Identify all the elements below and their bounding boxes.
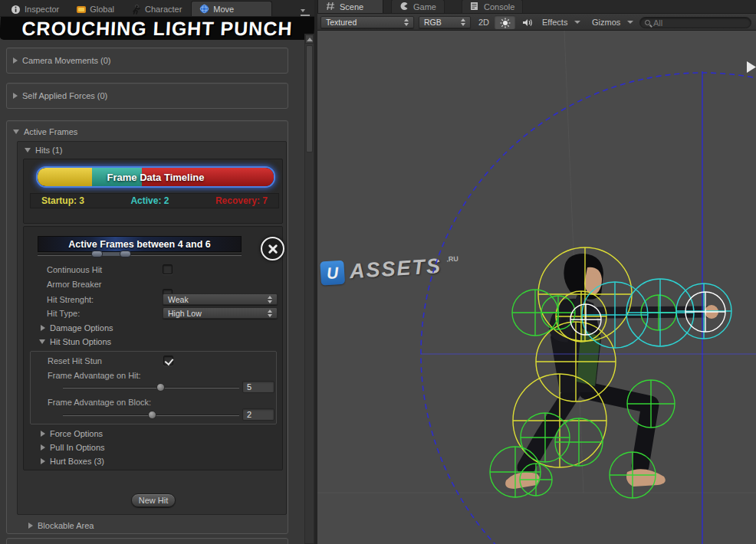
tab-scene-label: Scene <box>340 2 363 11</box>
section-active-frames: Active Frames Hits (1) Frame Data Timeli… <box>6 120 288 534</box>
contact-point-gizmo[interactable] <box>685 292 725 332</box>
hit-strength-label: Hit Strenght: <box>47 295 94 304</box>
timeline-title: Frame Data Timeline <box>38 168 274 186</box>
continuous-hit-checkbox[interactable] <box>163 264 173 274</box>
draw-mode-dropdown[interactable]: Textured <box>320 16 414 28</box>
contact-point-gizmo[interactable] <box>570 304 601 335</box>
frame-advantage-block-handle[interactable] <box>148 411 156 419</box>
damage-options-label: Damage Options <box>50 323 113 333</box>
foldout-closed-icon <box>28 523 33 529</box>
scrollbar-thumb[interactable] <box>306 45 313 152</box>
collision-box-gizmo[interactable] <box>627 380 675 428</box>
hit-stun-options-label: Hit Stun Options <box>50 337 111 346</box>
ufe-icon <box>76 5 86 15</box>
dropdown-stepper-icon <box>268 310 272 317</box>
hit-strength-dropdown[interactable]: Weak <box>163 293 278 305</box>
hit-type-dropdown[interactable]: High Low <box>163 307 278 319</box>
foldout-closed-icon <box>13 57 18 64</box>
scene-search-input[interactable]: All <box>639 17 751 28</box>
foldout-closed-icon <box>41 444 45 451</box>
force-options-foldout[interactable]: Force Options <box>41 429 103 438</box>
hit-stun-options-foldout[interactable]: Hit Stun Options <box>39 337 111 346</box>
collision-box-gizmo[interactable] <box>610 452 656 498</box>
tab-console[interactable]: Console <box>462 0 523 13</box>
range-max-handle[interactable] <box>120 251 131 257</box>
pull-in-options-foldout[interactable]: Pull In Options <box>41 443 105 452</box>
section-camera-movements[interactable]: Camera Movements (0) <box>6 48 288 74</box>
lighting-toggle-button[interactable] <box>495 15 515 29</box>
frame-advantage-hit-handle[interactable] <box>156 383 165 392</box>
scene-viewport[interactable]: U ASSETS .RU <box>317 31 756 544</box>
force-options-label: Force Options <box>50 429 103 438</box>
tab-inspector-label: Inspector <box>25 5 59 14</box>
dropdown-stepper-icon <box>461 18 465 26</box>
hit-type-value: High Low <box>168 309 202 318</box>
reset-hit-stun-checkbox[interactable] <box>163 356 173 365</box>
tab-global[interactable]: Global <box>68 2 122 16</box>
gizmos-label: Gizmos <box>592 18 620 27</box>
draw-mode-value: Textured <box>326 18 357 27</box>
tab-scene[interactable]: Scene <box>317 0 383 13</box>
tab-game[interactable]: Game <box>391 0 445 13</box>
collision-box-gizmo[interactable] <box>490 447 541 497</box>
active-frames-range-track[interactable] <box>38 254 242 256</box>
next-section-box <box>6 538 288 544</box>
2d-toggle-button[interactable]: 2D <box>474 15 494 29</box>
section-self-applied-forces[interactable]: Self Applied Forces (0) <box>6 83 288 109</box>
collision-box-gizmo[interactable] <box>521 413 570 462</box>
blockable-area-foldout[interactable]: Blockable Area <box>28 521 94 530</box>
startup-frames: Startup: 3 <box>41 195 84 206</box>
audio-toggle-button[interactable] <box>517 15 537 29</box>
effects-dropdown[interactable]: Effects <box>539 16 587 28</box>
dropdown-stepper-icon <box>268 296 272 303</box>
hits-foldout[interactable]: Hits (1) <box>18 142 286 155</box>
collision-box-gizmo[interactable] <box>520 464 552 496</box>
frame-data-timeline-box: Frame Data Timeline Startup: 3 Active: 2… <box>23 159 283 224</box>
foldout-closed-icon <box>41 325 45 331</box>
continuous-hit-label: Continuous Hit <box>47 265 102 274</box>
new-hit-button[interactable]: New Hit <box>131 493 176 507</box>
frame-data-timeline-bar[interactable]: Frame Data Timeline <box>36 166 275 188</box>
hurt-boxes-foldout[interactable]: Hurt Boxes (3) <box>41 457 104 466</box>
tab-character[interactable]: Character <box>123 2 189 16</box>
scene-gizmo-canvas <box>317 31 756 544</box>
dropdown-stepper-icon <box>404 18 409 26</box>
scrollbar-up-arrow[interactable] <box>305 34 314 44</box>
foldout-closed-icon <box>13 93 18 99</box>
info-icon <box>11 5 21 15</box>
foldout-closed-icon <box>41 431 45 437</box>
inspector-scrollbar[interactable] <box>304 34 314 544</box>
panel-menu-icon[interactable] <box>301 5 311 14</box>
game-icon <box>399 2 409 11</box>
tab-inspector[interactable]: Inspector <box>3 2 67 16</box>
collision-box-gizmo[interactable] <box>541 296 575 329</box>
gizmos-dropdown[interactable]: Gizmos <box>589 16 635 28</box>
hurt-box-gizmo[interactable] <box>536 322 616 401</box>
hit-box-gizmo[interactable] <box>626 279 694 346</box>
collision-box-gizmo[interactable] <box>555 418 603 466</box>
color-mode-dropdown[interactable]: RGB <box>419 16 471 28</box>
hits-label: Hits (1) <box>35 146 62 155</box>
active-frames-range-header: Active Frames between 4 and 6 <box>38 236 242 252</box>
move-icon <box>199 4 209 14</box>
timeline-frame-counts: Startup: 3 Active: 2 Recovery: 7 <box>30 193 279 208</box>
damage-options-foldout[interactable]: Damage Options <box>41 323 113 333</box>
sun-icon <box>500 18 510 28</box>
tab-console-label: Console <box>484 2 514 11</box>
tab-move[interactable]: Move <box>191 1 272 16</box>
close-hit-button[interactable] <box>261 237 284 261</box>
search-icon <box>645 20 650 25</box>
active-frames-foldout[interactable]: Active Frames <box>7 121 288 136</box>
console-icon <box>470 2 480 11</box>
frame-advantage-hit-field[interactable]: 5 <box>242 381 274 393</box>
frame-advantage-block-field[interactable]: 2 <box>242 408 274 421</box>
self-applied-forces-label: Self Applied Forces (0) <box>22 91 107 100</box>
scene-tabbar: Scene Game Console <box>317 0 756 14</box>
ufe-editor-window: Inspector Global Character Move CROUCHIN… <box>0 0 756 544</box>
scene-handle-arrow-icon <box>747 61 756 73</box>
hurt-box-gizmo[interactable] <box>538 247 632 341</box>
hits-group: Hits (1) Frame Data Timeline Startup: 3 <box>17 141 287 515</box>
hit-stun-box: Reset Hit Stun Frame Advantage on Hit: 5… <box>30 351 277 424</box>
range-min-handle[interactable] <box>91 251 103 257</box>
frame-advantage-hit-slider[interactable] <box>63 387 239 388</box>
